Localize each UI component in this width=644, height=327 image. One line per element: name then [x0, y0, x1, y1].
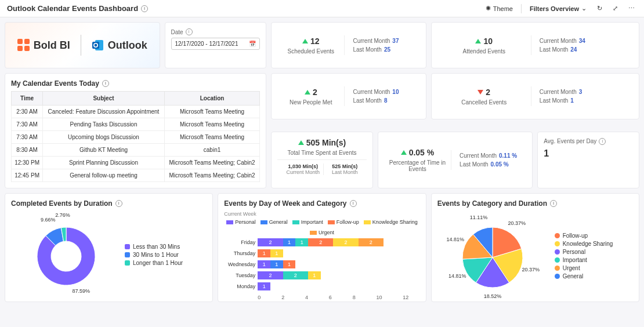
divider — [521, 4, 522, 13]
stacked-bar-chart: Friday211222Thursday11Wednesday111Tuesda… — [224, 238, 419, 300]
boldbi-logo: Bold BI — [17, 39, 70, 52]
table-row[interactable]: 7:30 AMUpcoming blogs DiscussionMicrosof… — [12, 131, 260, 144]
date-label: Date i — [171, 28, 261, 35]
filters-button[interactable]: Filters Overview ⌄ — [527, 3, 589, 13]
pie-chart: 20.37%20.37%18.52%14.81%14.81%11.11% — [437, 211, 548, 301]
legend-item[interactable]: Less than 30 Mins — [125, 244, 183, 250]
info-icon[interactable]: i — [186, 28, 193, 35]
toolbar: ✺ Theme Filters Overview ⌄ ↻ ⤢ ⋯ — [483, 3, 637, 13]
svg-text:11.11%: 11.11% — [469, 215, 487, 220]
bar-legend: PersonalGeneralImportantFollow-upKnowled… — [224, 219, 419, 235]
events-today-card: My Calendar Events Today i TimeSubjectLo… — [5, 73, 266, 188]
refresh-button[interactable]: ↻ — [595, 3, 605, 13]
legend-item[interactable]: Knowledge Sharing — [364, 219, 418, 225]
kpi-scheduled-events: 12Scheduled Events Current Month 37Last … — [271, 22, 426, 68]
table-row[interactable]: 7:30 AMPending Tasks DiscussionMicrosoft… — [12, 118, 260, 131]
svg-text:20.37%: 20.37% — [522, 267, 540, 272]
info-icon[interactable]: i — [550, 200, 557, 207]
donut-chart: 87.59%9.66%2.76% — [11, 211, 115, 298]
kpi-attended-events: 10Attended Events Current Month 34Last M… — [431, 22, 639, 68]
outlook-logo: Outlook — [92, 39, 147, 52]
chevron-down-icon: ⌄ — [581, 5, 587, 12]
legend-item[interactable]: Follow-up — [328, 219, 359, 225]
logo-card: Bold BI Outlook — [5, 22, 160, 68]
kpi-total-time: 505 Min(s)Total Time Spent at Events 1,0… — [271, 132, 373, 189]
pie-legend: Follow-upKnowledge SharingPersonalImport… — [555, 231, 613, 281]
bar-row: Wednesday111 — [258, 260, 419, 269]
table-row[interactable]: 8:30 AMGithub KT Meetingcabin1 — [12, 144, 260, 157]
trend-up-icon — [401, 150, 407, 155]
info-icon[interactable]: i — [599, 138, 606, 145]
legend-item[interactable]: Personal — [555, 249, 613, 255]
legend-item[interactable]: Follow-up — [555, 232, 613, 239]
bar-row: Thursday11 — [258, 249, 419, 258]
svg-text:20.37%: 20.37% — [508, 220, 526, 226]
table-row[interactable]: 12:30 PMSprint Planning DiscussionMicros… — [12, 157, 260, 169]
svg-rect-3 — [24, 46, 30, 51]
chart-by-day-category: Events by Day of Week and Category i Cur… — [218, 193, 426, 302]
title-text: Outlook Calendar Events Dashboard — [7, 4, 138, 13]
legend-item[interactable]: Important — [555, 257, 613, 263]
events-table: TimeSubjectLocation 2:30 AMCanceled: Fea… — [11, 91, 260, 182]
kpi-new-people: 2New People Met Current Month 10Last Mon… — [271, 73, 426, 119]
legend-item[interactable]: Longer than 1 Hour — [125, 260, 183, 266]
date-filter-card: Date i 12/17/2020 - 12/17/2021 📅 — [165, 22, 267, 68]
trend-down-icon — [477, 90, 483, 95]
legend-item[interactable]: Urgent — [310, 230, 334, 235]
bar-row: Friday211222 — [258, 238, 419, 247]
dashboard-grid: Bold BI Outlook Date i 12/17/2020 - 12/1… — [0, 17, 644, 307]
info-icon[interactable]: i — [102, 80, 109, 87]
svg-rect-0 — [17, 39, 23, 44]
trend-up-icon — [305, 90, 310, 95]
kpi-cancelled-events: 2Cancelled Events Current Month 3Last Mo… — [431, 73, 639, 119]
date-value: 12/17/2020 - 12/17/2021 — [175, 41, 238, 47]
svg-text:18.52%: 18.52% — [483, 293, 501, 299]
page-title: Outlook Calendar Events Dashboard i — [7, 4, 148, 13]
svg-text:87.59%: 87.59% — [73, 288, 91, 294]
svg-text:2.76%: 2.76% — [55, 212, 70, 218]
kpi-avg-per-day: Avg. Events per Day i 1 — [537, 132, 639, 189]
table-header[interactable]: Subject — [43, 92, 165, 106]
fullscreen-button[interactable]: ⤢ — [610, 3, 620, 13]
bar-row: Tuesday221 — [258, 271, 419, 280]
trend-up-icon — [475, 39, 481, 43]
table-header[interactable]: Time — [12, 92, 43, 106]
legend-item[interactable]: Knowledge Sharing — [555, 241, 613, 247]
info-icon[interactable]: i — [350, 200, 357, 207]
table-row[interactable]: 2:30 AMCanceled: Feature Discussion Appo… — [12, 106, 260, 118]
trend-up-icon — [302, 39, 308, 43]
svg-rect-1 — [24, 39, 30, 44]
table-row[interactable]: 12:45 PMGeneral follow-up meetingMicroso… — [12, 169, 260, 182]
more-button[interactable]: ⋯ — [626, 3, 637, 13]
legend-item[interactable]: 30 Mins to 1 Hour — [125, 252, 183, 258]
chart-completed-by-duration: Completed Events by Duration i 87.59%9.6… — [5, 193, 213, 302]
legend-item[interactable]: Important — [292, 219, 323, 225]
bar-row: Monday1 — [258, 282, 419, 291]
date-range-input[interactable]: 12/17/2020 - 12/17/2021 📅 — [171, 38, 261, 50]
calendar-icon: 📅 — [249, 41, 256, 47]
kpi-pct-time: 0.05 %Percentage of Time in Events Curre… — [378, 132, 533, 189]
svg-rect-2 — [17, 46, 23, 51]
info-icon[interactable]: i — [141, 5, 148, 12]
legend-item[interactable]: General — [261, 219, 288, 225]
svg-text:14.81%: 14.81% — [446, 237, 464, 242]
legend-item[interactable]: General — [555, 273, 613, 279]
theme-button[interactable]: ✺ Theme — [483, 3, 515, 13]
info-icon[interactable]: i — [115, 200, 122, 207]
chart-subtitle: Current Week — [224, 211, 419, 217]
svg-text:9.66%: 9.66% — [41, 217, 56, 223]
legend-item[interactable]: Personal — [226, 219, 256, 225]
svg-rect-5 — [92, 42, 99, 49]
charts-row: Completed Events by Duration i 87.59%9.6… — [5, 193, 639, 302]
legend-item[interactable]: Urgent — [555, 265, 613, 271]
chart-by-category-duration: Events by Category and Duration i 20.37%… — [431, 193, 639, 302]
svg-text:14.81%: 14.81% — [448, 273, 466, 279]
top-bar: Outlook Calendar Events Dashboard i ✺ Th… — [0, 0, 644, 17]
table-header[interactable]: Location — [164, 92, 259, 106]
trend-up-icon — [298, 140, 304, 145]
donut-legend: Less than 30 Mins30 Mins to 1 HourLonger… — [125, 242, 183, 268]
